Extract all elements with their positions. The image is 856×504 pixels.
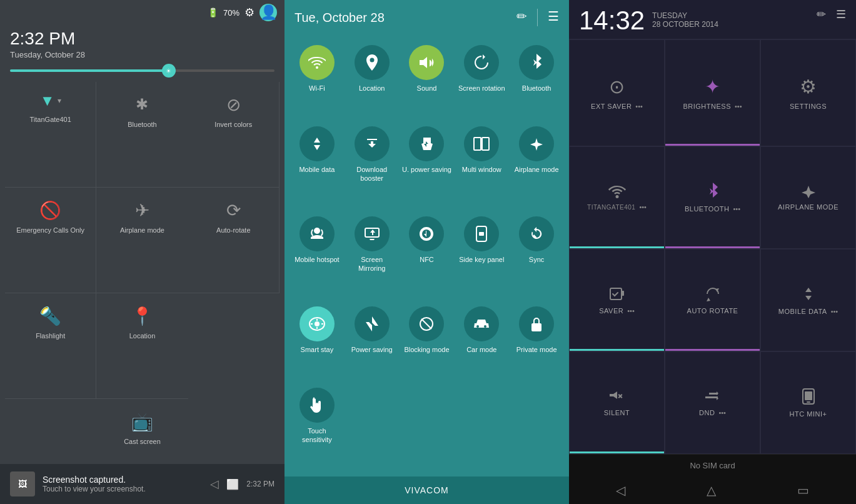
silent-cell-label: SILENT: [604, 409, 630, 416]
wifi-circle: [300, 45, 335, 80]
htc-cell-brightness[interactable]: ✦ BRIGHTNESS •••: [665, 39, 760, 146]
toggle-location[interactable]: 📍 Location: [96, 293, 188, 399]
bt-more[interactable]: •••: [733, 205, 740, 213]
nav-back-icon[interactable]: ◁: [616, 483, 625, 498]
p2-header-icons: ✏ ☰: [516, 9, 559, 26]
htc-cell-silent[interactable]: SILENT: [569, 351, 665, 454]
ext-saver-more[interactable]: •••: [635, 103, 643, 110]
settings-label: SETTINGS: [790, 103, 827, 110]
brightness-track[interactable]: ☀: [10, 69, 274, 72]
mobiledata-cell-label: MOBILE DATA: [778, 308, 827, 315]
p3-header-icons: ✏ ☰: [817, 8, 846, 21]
p3-time: 14:32: [579, 8, 645, 34]
toggle-flashlight[interactable]: 🔦 Flashlight: [5, 293, 96, 399]
airplane-circle: [519, 126, 554, 161]
download-circle: [355, 126, 390, 161]
upower-circle: [409, 126, 444, 161]
ext-saver-label: EXT SAVER: [591, 103, 632, 110]
list-icon[interactable]: ☰: [548, 9, 559, 26]
htc-cell-saver[interactable]: SAVER •••: [569, 249, 665, 351]
qs-mobile-data[interactable]: Mobile data: [290, 120, 345, 210]
notif-sub: Touch to view your screenshot.: [43, 485, 203, 493]
p3-list-icon[interactable]: ☰: [836, 8, 846, 21]
htc-cell-rotate[interactable]: AUTO ROTATE: [665, 249, 760, 351]
mobiledata-more[interactable]: •••: [831, 308, 838, 315]
pencil-icon[interactable]: ✏: [516, 9, 527, 26]
p1-time: 2:32 PM: [10, 29, 85, 49]
saver-more[interactable]: •••: [627, 307, 635, 315]
quick-toggles-grid: ▼ ▾ TitanGate401 ✱ Bluetooth ⊘ Invert co…: [5, 82, 279, 504]
qs-multi-window[interactable]: Multi window: [454, 120, 509, 210]
screenshot-notification[interactable]: 🖼 Screenshot captured. Touch to view you…: [0, 464, 284, 504]
qs-private[interactable]: Private mode: [509, 300, 564, 381]
touch-circle: [300, 388, 335, 423]
p2-header: Tue, October 28 ✏ ☰: [284, 0, 569, 34]
toggle-wifi[interactable]: ▼ ▾ TitanGate401: [5, 82, 96, 188]
qs-wifi[interactable]: Wi-Fi: [290, 39, 345, 120]
htc-cell-htcmini[interactable]: HTC MINI+: [760, 351, 856, 454]
nav-recent-icon[interactable]: ▭: [797, 483, 809, 498]
qs-mirroring[interactable]: Screen Mirroring: [345, 210, 400, 300]
airplane-label: Airplane mode: [120, 226, 164, 234]
wifi-more[interactable]: •••: [639, 203, 647, 211]
qs-smartstay[interactable]: Smart stay: [290, 300, 345, 381]
svg-rect-9: [531, 323, 541, 331]
bluetooth-icon: ✱: [129, 92, 154, 117]
htc-quick-grid: ⊙ EXT SAVER ••• ✦ BRIGHTNESS ••• ⚙ SETTI…: [569, 39, 856, 454]
htc-cell-wifi[interactable]: TitanGate401 •••: [569, 146, 665, 249]
wifi-icon: ▼: [40, 92, 55, 109]
quick-settings-grid: Wi-Fi Location Sound Screen rotation Blu: [284, 34, 569, 476]
toggle-autorotate[interactable]: ⟳ Auto-rotate: [188, 188, 279, 293]
sidekey-circle: [464, 216, 499, 251]
toggle-bluetooth[interactable]: ✱ Bluetooth: [96, 82, 188, 188]
htc-notification-panel: 14:32 TUESDAY 28 OCTOBER 2014 ✏ ☰ ⊙ EXT …: [569, 0, 856, 504]
dnd-more[interactable]: •••: [718, 409, 726, 416]
htc-cell-settings[interactable]: ⚙ SETTINGS: [760, 39, 856, 146]
avatar-icon[interactable]: 👤: [259, 4, 277, 21]
toggle-emergency[interactable]: 🚫 Emergency Calls Only: [5, 188, 96, 293]
brightness-more[interactable]: •••: [735, 103, 742, 110]
p3-navigation-bar: ◁ △ ▭: [569, 476, 856, 504]
cast-icon: 📺: [129, 409, 154, 434]
toggle-airplane[interactable]: ✈ Airplane mode: [96, 188, 188, 293]
emergency-label: Emergency Calls Only: [16, 226, 84, 234]
nav-home-icon[interactable]: △: [707, 483, 716, 498]
htcmini-icon: [802, 388, 815, 405]
bt-accent: [665, 246, 760, 248]
wifi-name: TitanGate401: [30, 116, 71, 123]
p3-edit-icon[interactable]: ✏: [817, 8, 826, 21]
qs-download-booster[interactable]: Download booster: [345, 120, 400, 210]
qs-nfc[interactable]: NFC: [400, 210, 455, 300]
qs-location[interactable]: Location: [345, 39, 400, 120]
qs-touch-sensitivity[interactable]: Touch sensitivity: [290, 381, 345, 471]
qs-hotspot[interactable]: Mobile hotspot: [290, 210, 345, 300]
qs-sound[interactable]: Sound: [400, 39, 455, 120]
htc-cell-airplane[interactable]: AIRPLANE MODE: [760, 146, 856, 249]
htc-cell-mobiledata[interactable]: MOBILE DATA •••: [760, 249, 856, 351]
smartstay-circle: [300, 306, 335, 341]
airplane-icon: [800, 184, 817, 198]
qs-screen-rotation[interactable]: Screen rotation: [454, 39, 509, 120]
multiwindow-circle: [464, 126, 499, 161]
brightness-slider[interactable]: ☀: [10, 69, 274, 72]
qs-sync[interactable]: Sync: [509, 210, 564, 300]
qs-sidekey[interactable]: Side key panel: [454, 210, 509, 300]
settings-icon[interactable]: ⚙: [244, 6, 254, 19]
qs-bluetooth[interactable]: Bluetooth: [509, 39, 564, 120]
blocking-circle: [409, 306, 444, 341]
qs-carmode[interactable]: Car mode: [454, 300, 509, 381]
svg-rect-4: [479, 232, 484, 236]
qs-upower[interactable]: U. power saving: [400, 120, 455, 210]
brightness-fill: [10, 69, 169, 72]
htc-cell-bluetooth[interactable]: BLUETOOTH •••: [665, 146, 760, 249]
rotation-circle: [464, 45, 499, 80]
qs-blocking[interactable]: Blocking mode: [400, 300, 455, 381]
autorotate-icon: ⟳: [221, 198, 246, 223]
toggle-invert[interactable]: ⊘ Invert colors: [188, 82, 279, 188]
htc-cell-dnd[interactable]: DND •••: [665, 351, 760, 454]
dnd-cell-label: DND: [699, 409, 715, 416]
htc-cell-ext-saver[interactable]: ⊙ EXT SAVER •••: [569, 39, 665, 146]
svg-rect-11: [622, 291, 624, 296]
qs-powersaving[interactable]: Power saving: [345, 300, 400, 381]
qs-airplane[interactable]: Airplane mode: [509, 120, 564, 210]
